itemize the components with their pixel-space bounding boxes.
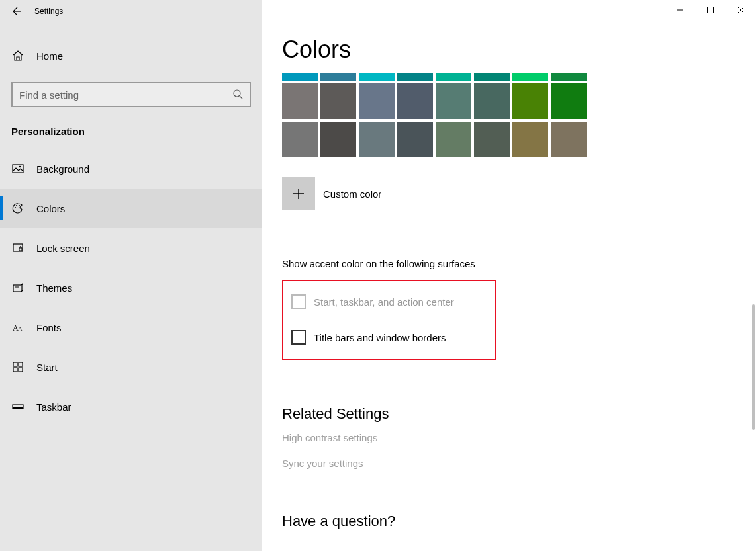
color-swatch[interactable] bbox=[282, 122, 318, 157]
checkbox-start-taskbar[interactable]: Start, taskbar, and action center bbox=[283, 289, 495, 314]
back-button[interactable] bbox=[0, 0, 32, 22]
search-icon bbox=[232, 89, 243, 101]
sidebar-item-taskbar[interactable]: Taskbar bbox=[0, 387, 262, 427]
color-grid bbox=[282, 73, 756, 157]
svg-rect-8 bbox=[13, 285, 21, 292]
color-swatch[interactable] bbox=[397, 73, 433, 81]
color-swatch[interactable] bbox=[397, 122, 433, 157]
svg-rect-16 bbox=[13, 407, 23, 409]
svg-point-2 bbox=[19, 166, 21, 168]
taskbar-icon bbox=[11, 401, 24, 413]
svg-point-5 bbox=[19, 205, 20, 206]
sidebar: Settings Home Personalization Background… bbox=[0, 0, 262, 551]
checkbox-icon bbox=[291, 330, 306, 345]
page-title: Colors bbox=[282, 36, 756, 64]
svg-rect-14 bbox=[19, 368, 23, 372]
color-swatch[interactable] bbox=[551, 122, 587, 157]
svg-text:A: A bbox=[18, 325, 23, 332]
custom-color-button[interactable] bbox=[282, 177, 315, 210]
maximize-button[interactable] bbox=[695, 0, 726, 20]
color-swatch[interactable] bbox=[359, 122, 395, 157]
checkbox-label: Start, taskbar, and action center bbox=[314, 296, 454, 308]
sidebar-item-label: Fonts bbox=[36, 322, 62, 333]
svg-rect-7 bbox=[19, 248, 22, 251]
search-input[interactable] bbox=[11, 82, 251, 107]
color-swatch[interactable] bbox=[474, 122, 510, 157]
sidebar-item-label: Taskbar bbox=[36, 402, 71, 413]
checkbox-label: Title bars and window borders bbox=[314, 332, 446, 343]
sidebar-item-label: Background bbox=[36, 163, 89, 175]
color-swatch[interactable] bbox=[320, 73, 356, 81]
plus-icon bbox=[292, 187, 305, 200]
sidebar-item-themes[interactable]: Themes bbox=[0, 268, 262, 308]
color-swatch[interactable] bbox=[512, 73, 548, 81]
related-settings-heading: Related Settings bbox=[282, 405, 756, 423]
svg-point-0 bbox=[234, 90, 240, 97]
palette-icon bbox=[11, 202, 24, 214]
scrollbar-thumb[interactable] bbox=[752, 304, 755, 430]
color-swatch[interactable] bbox=[474, 83, 510, 119]
search-field[interactable] bbox=[19, 89, 232, 101]
sidebar-item-background[interactable]: Background bbox=[0, 149, 262, 189]
sidebar-item-start[interactable]: Start bbox=[0, 347, 262, 387]
picture-icon bbox=[11, 163, 24, 175]
color-swatch[interactable] bbox=[436, 73, 471, 81]
title-bar: Settings bbox=[0, 0, 262, 22]
color-swatch[interactable] bbox=[551, 83, 587, 119]
fonts-icon: AA bbox=[11, 321, 24, 333]
color-swatch[interactable] bbox=[359, 73, 395, 81]
color-swatch[interactable] bbox=[436, 122, 471, 157]
checkbox-title-bars[interactable]: Title bars and window borders bbox=[283, 325, 495, 350]
svg-rect-1 bbox=[13, 165, 23, 173]
have-question-heading: Have a question? bbox=[282, 513, 756, 530]
link-high-contrast[interactable]: High contrast settings bbox=[282, 432, 756, 443]
color-swatch[interactable] bbox=[551, 73, 587, 81]
sidebar-item-label: Themes bbox=[36, 282, 72, 294]
sidebar-item-label: Lock screen bbox=[36, 243, 90, 254]
svg-point-3 bbox=[15, 207, 16, 208]
lock-screen-icon bbox=[11, 242, 24, 254]
close-button[interactable] bbox=[726, 0, 756, 20]
custom-color-row: Custom color bbox=[282, 177, 756, 210]
sidebar-item-fonts[interactable]: AA Fonts bbox=[0, 308, 262, 347]
svg-point-4 bbox=[16, 205, 17, 206]
category-heading: Personalization bbox=[11, 126, 262, 137]
color-swatch[interactable] bbox=[359, 83, 395, 119]
app-title: Settings bbox=[34, 7, 63, 16]
svg-rect-12 bbox=[19, 362, 23, 366]
color-swatch[interactable] bbox=[282, 83, 318, 119]
color-swatch[interactable] bbox=[320, 122, 356, 157]
home-button[interactable]: Home bbox=[0, 36, 262, 75]
color-swatch[interactable] bbox=[474, 73, 510, 81]
color-row-3 bbox=[282, 122, 756, 157]
custom-color-label: Custom color bbox=[323, 189, 381, 200]
color-row-strip bbox=[282, 73, 756, 81]
svg-rect-11 bbox=[13, 362, 17, 366]
sidebar-item-label: Colors bbox=[36, 203, 65, 214]
sidebar-item-lock-screen[interactable]: Lock screen bbox=[0, 228, 262, 268]
accent-surfaces-heading: Show accent color on the following surfa… bbox=[282, 258, 756, 269]
minimize-button[interactable] bbox=[665, 0, 695, 20]
start-icon bbox=[11, 361, 24, 373]
window-controls bbox=[665, 0, 756, 20]
home-label: Home bbox=[36, 50, 63, 62]
svg-rect-13 bbox=[13, 368, 17, 372]
link-sync-settings[interactable]: Sync your settings bbox=[282, 458, 756, 469]
color-swatch[interactable] bbox=[512, 83, 548, 119]
color-swatch[interactable] bbox=[436, 83, 471, 119]
main-content: Colors Custom color Show accent color on… bbox=[262, 0, 756, 551]
color-swatch[interactable] bbox=[320, 83, 356, 119]
color-row-2 bbox=[282, 83, 756, 119]
themes-icon bbox=[11, 282, 24, 294]
svg-rect-17 bbox=[708, 7, 714, 13]
color-swatch[interactable] bbox=[397, 83, 433, 119]
checkbox-icon bbox=[291, 294, 306, 309]
color-swatch[interactable] bbox=[512, 122, 548, 157]
color-swatch[interactable] bbox=[282, 73, 318, 81]
sidebar-item-label: Start bbox=[36, 362, 58, 373]
home-icon bbox=[11, 50, 24, 62]
highlight-box: Start, taskbar, and action center Title … bbox=[282, 280, 496, 360]
sidebar-item-colors[interactable]: Colors bbox=[0, 189, 262, 228]
